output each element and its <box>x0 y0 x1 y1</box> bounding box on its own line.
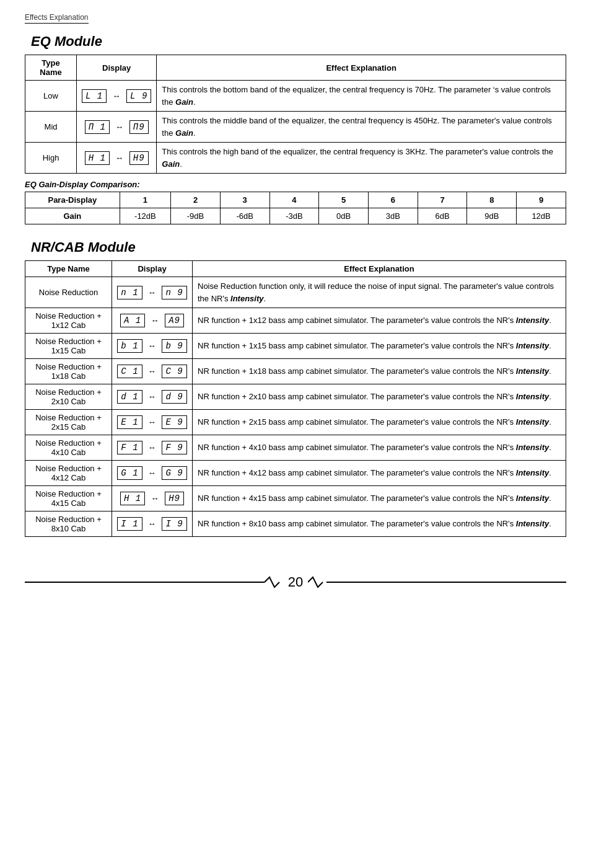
nrcab-explanation-2x15: NR function + 2x15 bass amp cabinet simu… <box>193 410 566 435</box>
nrcab-explanation-4x15: NR function + 4x15 bass amp cabinet simu… <box>193 486 566 512</box>
eq-display-low-left: L 1 <box>82 89 107 103</box>
eq-gain-comparison-label: EQ Gain-Display Comparison: <box>25 180 566 189</box>
nrcab-explanation-8x10: NR function + 8x10 bass amp cabinet simu… <box>193 512 566 537</box>
eq-display-high-left: H 1 <box>85 151 110 165</box>
nrcab-display-1x12: A 1 ↔ A9 <box>112 308 193 334</box>
nrcab-display-1x15: b 1 ↔ b 9 <box>112 334 193 359</box>
nrcab-display-1x18-left: C 1 <box>117 365 142 378</box>
eq-header-type: Type Name <box>25 55 77 81</box>
nrcab-arrow-2x15: ↔ <box>150 418 155 427</box>
nrcab-type-1x15: Noise Reduction +1x15 Cab <box>25 334 112 359</box>
eq-row-low: Low L 1 ↔ L 9 This controls the bottom b… <box>25 81 566 112</box>
nrcab-explanation-1x12: NR function + 1x12 bass amp cabinet simu… <box>193 308 566 334</box>
nrcab-arrow-8x10: ↔ <box>150 520 155 529</box>
effects-explanation-label: Effects Explanation <box>25 13 89 24</box>
eq-arrow-mid: ↔ <box>117 123 122 132</box>
nrcab-display-4x15-right: H9 <box>165 492 184 505</box>
nrcab-row-4x15: Noise Reduction +4x15 Cab H 1 ↔ H9 NR fu… <box>25 486 566 512</box>
nrcab-header-type: Type Name <box>25 261 112 277</box>
gain-header-6: 6 <box>369 192 418 208</box>
nrcab-arrow-1x18: ↔ <box>150 367 155 376</box>
gain-header-9: 9 <box>517 192 566 208</box>
eq-header-display: Display <box>77 55 157 81</box>
eq-display-mid-right: Π9 <box>129 120 149 134</box>
nrcab-display-1x15-right: b 9 <box>162 339 186 353</box>
nrcab-display-4x12-left: G 1 <box>117 466 142 480</box>
nrcab-row-4x10: Noise Reduction +4x10 Cab F 1 ↔ F 9 NR f… <box>25 435 566 461</box>
eq-gain-table: Para-Display 1 2 3 4 5 6 7 8 9 Gain -12d… <box>25 192 566 224</box>
nrcab-explanation-1x15: NR function + 1x15 bass amp cabinet simu… <box>193 334 566 359</box>
nrcab-type-2x10: Noise Reduction +2x10 Cab <box>25 384 112 410</box>
nrcab-header-explanation: Effect Explanation <box>193 261 566 277</box>
nrcab-type-4x10: Noise Reduction +4x10 Cab <box>25 435 112 461</box>
nrcab-arrow-1x12: ↔ <box>152 316 157 326</box>
eq-display-high-right: H9 <box>129 151 149 165</box>
nrcab-type-1x12: Noise Reduction +1x12 Cab <box>25 308 112 334</box>
nrcab-display-4x15: H 1 ↔ H9 <box>112 486 193 512</box>
nrcab-explanation-4x12: NR function + 4x12 bass amp cabinet simu… <box>193 461 566 486</box>
eq-display-mid: Π 1 ↔ Π9 <box>77 112 157 143</box>
nrcab-explanation-1x18: NR function + 1x18 bass amp cabinet simu… <box>193 359 566 384</box>
nrcab-type-4x15: Noise Reduction +4x15 Cab <box>25 486 112 512</box>
gain-val-9: 12dB <box>517 208 566 224</box>
nrcab-display-2x15: E 1 ↔ E 9 <box>112 410 193 435</box>
nrcab-display-1x18: C 1 ↔ C 9 <box>112 359 193 384</box>
nrcab-display-1x12-right: A9 <box>165 314 184 327</box>
nrcab-module-table: Type Name Display Effect Explanation Noi… <box>25 260 566 537</box>
gain-header-5: 5 <box>319 192 369 208</box>
nrcab-display-4x12: G 1 ↔ G 9 <box>112 461 193 486</box>
eq-arrow-high: ↔ <box>117 154 122 163</box>
eq-arrow-low: ↔ <box>114 92 119 101</box>
eq-type-mid: Mid <box>25 112 77 143</box>
gain-val-5: 0dB <box>319 208 369 224</box>
nrcab-type-1x18: Noise Reduction +1x18 Cab <box>25 359 112 384</box>
eq-display-high: H 1 ↔ H9 <box>77 143 157 174</box>
gain-row: Gain -12dB -9dB -6dB -3dB 0dB 3dB 6dB 9d… <box>25 208 566 224</box>
nrcab-display-4x12-right: G 9 <box>162 466 186 480</box>
eq-row-mid: Mid Π 1 ↔ Π9 This controls the middle ba… <box>25 112 566 143</box>
nrcab-arrow-4x10: ↔ <box>150 443 155 453</box>
nrcab-display-nr: n 1 ↔ n 9 <box>112 277 193 308</box>
eq-type-low: Low <box>25 81 77 112</box>
nrcab-display-4x10-right: F 9 <box>162 441 186 454</box>
eq-display-low: L 1 ↔ L 9 <box>77 81 157 112</box>
nrcab-explanation-2x10: NR function + 2x10 bass amp cabinet simu… <box>193 384 566 410</box>
nrcab-row-2x10: Noise Reduction +2x10 Cab d 1 ↔ d 9 NR f… <box>25 384 566 410</box>
eq-type-high: High <box>25 143 77 174</box>
nrcab-type-4x12: Noise Reduction +4x12 Cab <box>25 461 112 486</box>
nrcab-display-2x15-right: E 9 <box>162 415 186 429</box>
nrcab-display-4x15-left: H 1 <box>120 492 145 505</box>
nrcab-display-2x10-right: d 9 <box>162 390 186 404</box>
gain-header-2: 2 <box>171 192 221 208</box>
gain-val-6: 3dB <box>369 208 418 224</box>
nrcab-display-4x10: F 1 ↔ F 9 <box>112 435 193 461</box>
eq-module-section: EQ Module Type Name Display Effect Expla… <box>25 33 566 224</box>
nrcab-arrow-4x15: ↔ <box>152 494 157 503</box>
eq-display-mid-left: Π 1 <box>85 120 110 134</box>
nrcab-explanation-4x10: NR function + 4x10 bass amp cabinet simu… <box>193 435 566 461</box>
nrcab-display-8x10-left: I 1 <box>117 517 142 531</box>
gain-val-3: -6dB <box>220 208 269 224</box>
gain-header-4: 4 <box>269 192 319 208</box>
footer-wave-right-icon <box>308 575 326 590</box>
nrcab-row-4x12: Noise Reduction +4x12 Cab G 1 ↔ G 9 NR f… <box>25 461 566 486</box>
nrcab-display-nr-right: n 9 <box>162 286 186 299</box>
nrcab-module-title: NR/CAB Module <box>31 239 566 255</box>
footer-line-right <box>326 582 566 583</box>
nrcab-type-2x15: Noise Reduction +2x15 Cab <box>25 410 112 435</box>
eq-explanation-mid: This controls the middle band of the equ… <box>157 112 566 143</box>
gain-header-8: 8 <box>467 192 517 208</box>
nrcab-arrow-nr: ↔ <box>150 288 155 298</box>
gain-header-3: 3 <box>220 192 269 208</box>
eq-module-title: EQ Module <box>31 33 566 50</box>
nrcab-display-1x12-left: A 1 <box>120 314 145 327</box>
nrcab-display-4x10-left: F 1 <box>117 441 142 454</box>
nrcab-display-2x15-left: E 1 <box>117 415 142 429</box>
gain-val-1: -12dB <box>120 208 170 224</box>
eq-header-explanation: Effect Explanation <box>157 55 566 81</box>
nrcab-display-1x15-left: b 1 <box>117 339 142 353</box>
nrcab-arrow-1x15: ↔ <box>150 342 155 351</box>
nrcab-display-8x10-right: I 9 <box>162 517 186 531</box>
nrcab-row-2x15: Noise Reduction +2x15 Cab E 1 ↔ E 9 NR f… <box>25 410 566 435</box>
page-number: 20 <box>288 574 303 590</box>
